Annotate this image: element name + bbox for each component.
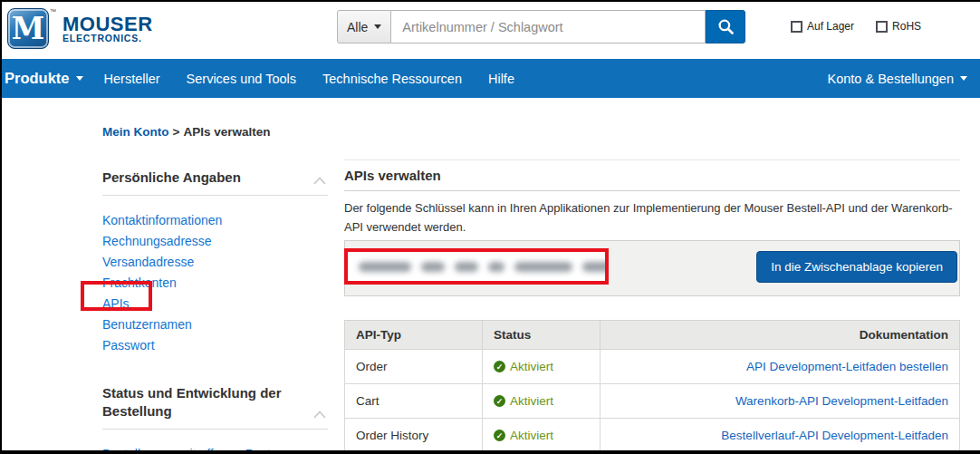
- main-navigation: Produkte Hersteller Services und Tools T…: [0, 59, 980, 98]
- nav-item[interactable]: Services und Tools: [187, 72, 296, 86]
- sidebar-link-apis[interactable]: APIs: [102, 296, 130, 311]
- filter-checkbox[interactable]: RoHS: [876, 20, 921, 33]
- logo-subtitle: ELECTRONICS.: [62, 33, 153, 43]
- search-bar: Alle: [337, 10, 745, 43]
- sidebar-divider: [102, 195, 328, 196]
- mouser-logo-text: MOUSER ELECTRONICS.: [62, 8, 153, 43]
- api-key-description: Der folgende Schlüssel kann in Ihren App…: [344, 198, 960, 237]
- sidebar-list-item: Kontaktinformationen: [102, 214, 328, 227]
- table-row: Order ✓ Aktiviert API Development-Leitfa…: [345, 350, 960, 384]
- sidebar-link-list: Kontaktinformationen Rechnungsadresse Ve…: [102, 214, 328, 352]
- api-table-header: API-Typ Status Dokumentation: [345, 321, 960, 350]
- table-row: Cart ✓ Aktiviert Warenkorb-API Developme…: [345, 384, 960, 419]
- trademark-symbol: ™: [50, 8, 56, 14]
- sidebar-list-item: Versandadresse: [102, 256, 328, 268]
- search-icon: [717, 18, 735, 35]
- column-header-dokumentation: Dokumentation: [600, 321, 960, 350]
- sidebar-list-item: Passwort: [102, 339, 328, 352]
- search-category-dropdown[interactable]: Alle: [337, 10, 391, 43]
- nav-item-label: Hersteller: [104, 72, 160, 86]
- nav-items: Produkte Hersteller Services und Tools T…: [0, 70, 541, 87]
- status-cell: ✓ Aktiviert: [483, 384, 600, 419]
- nav-account-label: Konto & Bestellungen: [828, 72, 954, 86]
- api-key-redacted-value: [348, 262, 609, 272]
- sidebar-link-benutzernamen[interactable]: Benutzernamen: [102, 317, 192, 332]
- sidebar-list-item: Frachtkonten: [102, 276, 328, 289]
- status-label: Aktiviert: [510, 394, 553, 408]
- documentation-link[interactable]: Warenkorb-API Development-Leitfaden: [735, 394, 948, 408]
- api-table-header-row: API-Typ Status Dokumentation: [345, 321, 960, 350]
- search-category-label: Alle: [347, 20, 368, 34]
- checkbox-label: Auf Lager: [807, 20, 854, 33]
- documentation-link[interactable]: API Development-Leitfaden bestellen: [746, 360, 948, 373]
- api-type-cell: Order History: [345, 419, 483, 453]
- breadcrumb-current: APIs verwalten: [183, 125, 270, 139]
- sidebar-section-order-status: Status und Entwicklung der Bestellung Be…: [102, 384, 328, 454]
- documentation-link[interactable]: Bestellverlauf-API Development-Leitfaden: [721, 429, 948, 442]
- site-header: M ™ MOUSER ELECTRONICS. Alle Auf Lager: [2, 2, 980, 59]
- sidebar-section-title[interactable]: Persönliche Angaben: [102, 169, 328, 187]
- check-circle-icon: ✓: [494, 430, 505, 441]
- search-filter-checkboxes: Auf Lager RoHS: [791, 20, 921, 33]
- nav-item[interactable]: Technische Ressourcen: [322, 72, 462, 86]
- api-table: API-Typ Status Dokumentation Order ✓ Akt…: [344, 320, 960, 453]
- nav-item-label: Produkte: [5, 70, 70, 87]
- api-table-body: Order ✓ Aktiviert API Development-Leitfa…: [345, 350, 960, 453]
- breadcrumb-separator: >: [173, 125, 180, 139]
- nav-item[interactable]: Produkte: [5, 70, 83, 87]
- chevron-down-icon: [76, 76, 83, 81]
- panel-top-border: [344, 159, 960, 160]
- column-header-api-typ: API-Typ: [345, 321, 483, 350]
- mouser-logo[interactable]: M ™ MOUSER ELECTRONICS.: [7, 8, 153, 49]
- nav-item[interactable]: Hersteller: [104, 72, 160, 86]
- sidebar-list-item: Benutzernamen: [102, 318, 328, 331]
- sidebar-divider: [102, 429, 328, 430]
- checkbox-icon[interactable]: [791, 21, 802, 33]
- account-sidebar: Persönliche Angaben Kontaktinformationen…: [102, 169, 328, 454]
- sidebar-link-passwort[interactable]: Passwort: [102, 338, 155, 353]
- chevron-down-icon: [960, 76, 967, 81]
- check-circle-icon: ✓: [494, 395, 505, 407]
- logo-title: MOUSER: [62, 15, 153, 33]
- api-key-field-annotation-box: [344, 248, 609, 285]
- search-button[interactable]: [706, 10, 745, 43]
- sidebar-list-item: Rechnungsadresse: [102, 235, 328, 247]
- status-label: Aktiviert: [510, 360, 553, 373]
- breadcrumb-link-mein-konto[interactable]: Mein Konto: [102, 125, 169, 139]
- checkbox-label: RoHS: [892, 20, 921, 33]
- title-divider: [344, 190, 960, 191]
- nav-account-menu[interactable]: Konto & Bestellungen: [828, 72, 980, 86]
- sidebar-section-personal: Persönliche Angaben Kontaktinformationen…: [102, 169, 328, 352]
- window-edge-bottom: [0, 450, 980, 454]
- documentation-cell: Warenkorb-API Development-Leitfaden: [600, 384, 960, 419]
- chevron-up-icon[interactable]: [313, 411, 326, 419]
- nav-item-label: Hilfe: [488, 72, 514, 86]
- api-type-cell: Cart: [345, 384, 483, 419]
- documentation-cell: API Development-Leitfaden bestellen: [600, 350, 960, 384]
- column-header-status: Status: [483, 321, 600, 350]
- sidebar-link-kontaktinformationen[interactable]: Kontaktinformationen: [102, 213, 222, 227]
- sidebar-link-versandadresse[interactable]: Versandadresse: [102, 255, 194, 269]
- nav-item-label: Technische Ressourcen: [322, 72, 462, 86]
- search-input[interactable]: [391, 10, 706, 43]
- sidebar-list-item: APIs: [102, 297, 328, 310]
- mouser-logo-mark: M: [7, 8, 49, 49]
- page-title: APIs verwalten: [344, 168, 960, 183]
- chevron-up-icon[interactable]: [313, 177, 326, 185]
- mouser-account-page: M ™ MOUSER ELECTRONICS. Alle Auf Lager: [0, 0, 980, 454]
- documentation-cell: Bestellverlauf-API Development-Leitfaden: [600, 419, 960, 453]
- nav-item-label: Services und Tools: [187, 72, 296, 86]
- api-management-panel: APIs verwalten Der folgende Schlüssel ka…: [344, 159, 960, 453]
- checkbox-icon[interactable]: [876, 21, 888, 33]
- sidebar-link-frachtkonten[interactable]: Frachtkonten: [102, 275, 177, 290]
- sidebar-section-title[interactable]: Status und Entwicklung der Bestellung: [102, 384, 328, 420]
- nav-item[interactable]: Hilfe: [488, 72, 514, 86]
- filter-checkbox[interactable]: Auf Lager: [791, 20, 854, 33]
- chevron-down-icon: [374, 24, 381, 29]
- status-cell: ✓ Aktiviert: [483, 350, 600, 384]
- check-circle-icon: ✓: [494, 361, 505, 372]
- table-row: Order History ✓ Aktiviert Bestellverlauf…: [345, 419, 960, 453]
- copy-to-clipboard-button[interactable]: In die Zwischenablage kopieren: [756, 251, 957, 283]
- status-cell: ✓ Aktiviert: [483, 419, 600, 453]
- sidebar-link-rechnungsadresse[interactable]: Rechnungsadresse: [102, 234, 212, 248]
